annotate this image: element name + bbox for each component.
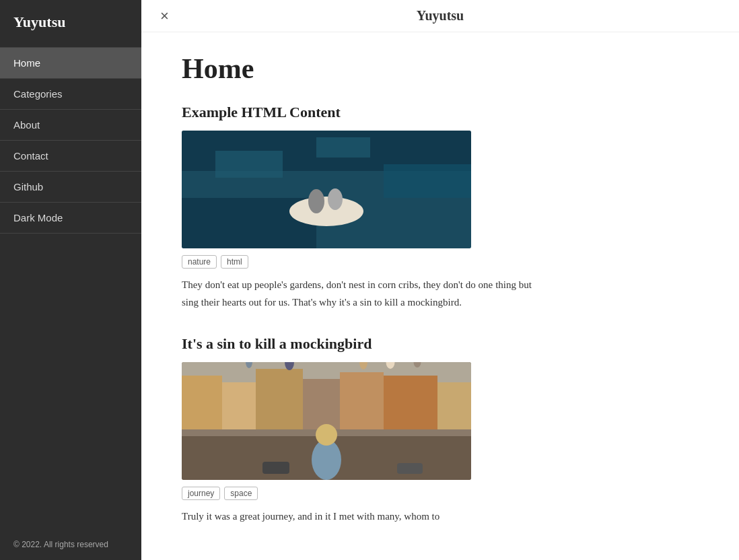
svg-point-8 [308,189,324,213]
post-body-1: Truly it was a great journey, and in it … [182,508,532,526]
posts-container: Example HTML ContentnaturehtmlThey don't… [182,104,699,526]
sidebar-item-dark-mode[interactable]: Dark Mode [0,202,141,234]
sidebar-item-home[interactable]: Home [0,47,141,78]
topbar-title: Yuyutsu [417,8,464,24]
svg-rect-15 [303,379,340,429]
post-tags-0: naturehtml [182,255,699,269]
svg-rect-18 [437,382,471,429]
sidebar-item-github[interactable]: Github [0,171,141,202]
svg-rect-28 [397,463,423,474]
sidebar: Yuyutsu HomeCategoriesAboutContactGithub… [0,0,141,560]
post-image-0 [182,131,471,248]
svg-rect-27 [262,462,289,474]
post-tags-1: journeyspace [182,487,699,500]
page-heading: Home [182,53,699,85]
sidebar-item-about[interactable]: About [0,109,141,140]
close-button[interactable]: × [155,6,174,26]
svg-rect-14 [256,369,303,429]
content-area: Home Example HTML ContentnaturehtmlThey … [141,32,739,560]
svg-point-9 [328,188,343,210]
tag-html[interactable]: html [221,255,248,269]
sidebar-item-contact[interactable]: Contact [0,140,141,171]
svg-rect-4 [384,164,471,198]
sidebar-brand: Yuyutsu [0,0,141,47]
svg-rect-2 [215,151,283,178]
topbar: × Yuyutsu [141,0,739,32]
tag-space[interactable]: space [224,487,258,500]
tag-journey[interactable]: journey [182,487,220,500]
post-section-0: Example HTML ContentnaturehtmlThey don't… [182,104,699,311]
tag-nature[interactable]: nature [182,255,217,269]
svg-rect-12 [182,376,222,429]
svg-rect-3 [316,137,370,158]
svg-rect-17 [384,376,437,429]
sidebar-footer: © 2022. All rights reserved [0,529,141,560]
svg-rect-13 [222,382,256,429]
post-image-1 [182,362,471,480]
post-title-1: It's a sin to kill a mockingbird [182,335,699,353]
post-body-0: They don't eat up people's gardens, don'… [182,277,532,311]
svg-point-21 [316,424,337,446]
main-area: × Yuyutsu Home Example HTML Contentnatur… [141,0,739,560]
svg-rect-16 [340,372,384,429]
post-section-1: It's a sin to kill a mockingbirdjourneys… [182,335,699,526]
post-title-0: Example HTML Content [182,104,699,121]
svg-point-7 [289,197,363,226]
sidebar-nav: HomeCategoriesAboutContactGithubDark Mod… [0,47,141,529]
sidebar-item-categories[interactable]: Categories [0,78,141,109]
